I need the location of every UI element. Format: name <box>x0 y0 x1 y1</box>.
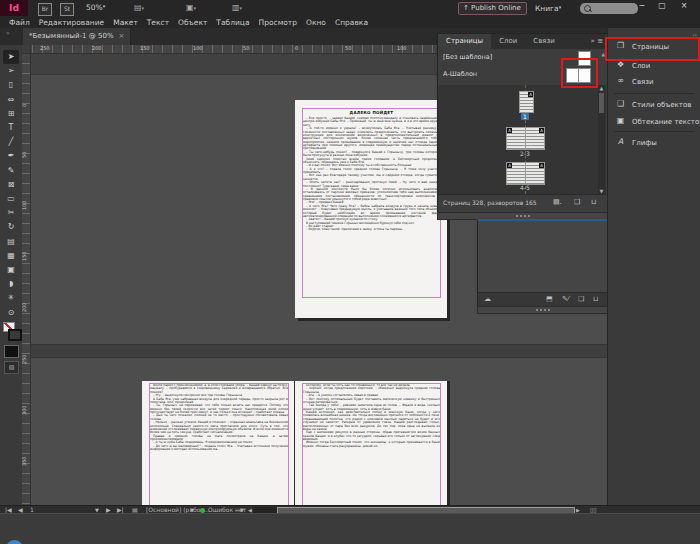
page-2-thumbnail[interactable]: A <box>506 127 526 150</box>
page-1-label[interactable]: 1 <box>521 113 529 120</box>
fill-stroke-widget[interactable] <box>3 322 19 340</box>
page-3-thumbnail[interactable]: A <box>525 127 545 150</box>
rectangle-tool[interactable]: ▭ <box>3 192 19 206</box>
page1-text-frame[interactable]: ДАЛЕКО ПОЙДЕТ – Все просто, – заявил Кащ… <box>302 108 441 298</box>
view-options-menu[interactable]: ▤▾ <box>134 3 144 12</box>
type-tool[interactable]: T <box>3 121 19 135</box>
master-a-tag: A <box>539 128 544 133</box>
paragraph: – А чего Яга? Чего сразу Яга? – бабка на… <box>303 205 440 219</box>
hruler-label: 0 <box>295 45 298 51</box>
free-transform-tool[interactable]: ↻ <box>3 220 19 234</box>
spread-right-text-frame[interactable]: которому, если ты хоть как-то справишься… <box>302 383 441 505</box>
stroke-swatch[interactable] <box>8 329 22 341</box>
indesign-logo: Id <box>0 0 28 16</box>
menu-item[interactable]: Просмотр <box>259 18 298 27</box>
restore-button[interactable]: ▢ <box>652 0 672 13</box>
app-bar: Id Br St 50% ▾ ▤▾ ▣▾ ▥▾ ↑ Publish Online… <box>0 0 700 16</box>
new-page-icon[interactable]: ❏ <box>574 198 580 206</box>
gradient-tool[interactable]: ▤ <box>3 235 19 249</box>
hruler-label: 50 <box>345 45 351 51</box>
zoom-level-dropdown[interactable]: 50% ▾ <box>86 3 103 12</box>
screen-mode-button[interactable]: ▨ <box>4 361 19 374</box>
edit-page-size-icon[interactable]: ▤. <box>553 198 562 206</box>
line-tool[interactable]: ╱ <box>3 135 19 149</box>
publish-online-button[interactable]: ↑ Publish Online <box>458 2 527 15</box>
dock-item-links[interactable]: ∞ Связи <box>608 74 700 90</box>
gap-tool[interactable]: ⇔ <box>3 93 19 107</box>
dock-item-object-styles[interactable]: ❏ Стили объектов <box>608 97 700 113</box>
menu-item[interactable]: Объект <box>178 18 207 27</box>
page-1-thumbnail[interactable]: A <box>519 91 534 113</box>
selection-tool[interactable]: ➤ <box>3 50 19 64</box>
collapse-panel-icon[interactable]: » <box>591 37 595 45</box>
pages-status-bar: Страниц 328, разворотов 165 ▤. ❏ ⊔ <box>438 194 606 209</box>
new-item-icon[interactable]: ❏ <box>578 295 584 303</box>
pen-edit-icon[interactable]: ✎⁄ <box>562 295 569 303</box>
menu-item[interactable]: Файл <box>9 18 30 27</box>
spread-spine <box>294 381 295 505</box>
direct-selection-tool[interactable]: ➢ <box>3 64 19 78</box>
master-a-tag: A <box>539 163 544 168</box>
menu-item[interactable]: Макет <box>113 18 138 27</box>
chevron-down-icon: ▾ <box>103 3 106 9</box>
tab-close-icon[interactable]: × <box>119 32 125 40</box>
minimize-button[interactable]: ─ <box>632 0 652 13</box>
page-tool[interactable]: ▯ <box>3 78 19 92</box>
arrange-documents-menu[interactable]: ▥▾ <box>232 3 242 12</box>
toolbar-collapse-icon[interactable]: » <box>6 29 10 36</box>
color-theme-tool[interactable]: ◗ <box>3 277 19 291</box>
zoom-tool[interactable]: ⊙ <box>3 306 19 320</box>
screen-mode-menu[interactable]: ▣▾ <box>186 3 196 12</box>
panel-menu-icon[interactable]: ≡ <box>597 37 603 45</box>
menu-item[interactable]: Справка <box>335 18 368 27</box>
menu-item[interactable]: Окно <box>306 18 326 27</box>
vruler-label: 150 <box>22 251 27 261</box>
page-5-thumbnail[interactable]: A <box>525 162 545 185</box>
page-4-thumbnail[interactable]: A <box>506 162 526 185</box>
links-icon: ∞ <box>615 76 626 85</box>
scissors-tool[interactable]: ✂ <box>3 206 19 220</box>
folder-icon[interactable]: ⬒ <box>546 295 553 303</box>
chevron-down-icon: ▾ <box>559 4 562 10</box>
gradient-feather-tool[interactable]: ▦ <box>3 249 19 263</box>
bridge-button[interactable]: Br <box>38 3 52 16</box>
spread-left-text-frame[interactable]: мозги парил с приключениями; а, в этом г… <box>149 383 289 505</box>
tab-layers[interactable]: Слои <box>491 34 525 49</box>
spread-2-3-label[interactable]: 2-3 <box>516 150 534 157</box>
pencil-tool[interactable]: ✎ <box>3 164 19 178</box>
hand-tool[interactable]: ✳ <box>3 291 19 305</box>
trash-icon[interactable]: ⊔ <box>593 295 598 303</box>
vertical-ruler[interactable]: 050100150200250300350 <box>22 53 31 505</box>
document-tab[interactable]: *Безымянный-1 @ 50%× <box>23 28 131 45</box>
dock-item-text-wrap[interactable]: ▣ Обтекание текстом <box>608 114 700 130</box>
cloud-sync-icon[interactable]: ☁ <box>484 295 491 303</box>
dock-item-glyphs[interactable]: A Глифы <box>608 135 700 151</box>
tab-links[interactable]: Связи <box>525 34 563 49</box>
arrange-documents-icon: ▥ <box>232 3 240 12</box>
rectangle-frame-tool[interactable]: ⊠ <box>3 178 19 192</box>
scroll-up-icon[interactable]: ▲ <box>598 85 605 91</box>
menu-item[interactable]: Редактирование <box>39 18 104 27</box>
master-a-tag: A <box>507 128 512 133</box>
vruler-label: 200 <box>22 302 27 312</box>
stock-button[interactable]: St <box>60 3 74 16</box>
delete-page-icon[interactable]: ⊔ <box>591 198 596 206</box>
content-collector-tool[interactable]: ⊞ <box>3 107 19 121</box>
search-input[interactable] <box>580 3 638 14</box>
tab-pages[interactable]: Страницы <box>438 34 491 49</box>
spread-4-5-label[interactable]: 4-5 <box>516 184 534 191</box>
ruler-origin-corner[interactable] <box>22 45 31 54</box>
apply-color-swatch[interactable] <box>4 345 19 358</box>
library-resize-grip[interactable] <box>477 306 609 314</box>
pages-scrollbar[interactable]: ▲ ▼ <box>598 85 605 194</box>
close-button[interactable]: × <box>674 0 694 13</box>
note-tool[interactable]: ▣ <box>3 263 19 277</box>
page1-body-text: – Все просто, – заявил Кащей, снимая пол… <box>303 117 440 232</box>
hruler-label: 200 <box>92 45 102 51</box>
menu-item[interactable]: Текст <box>147 18 169 27</box>
pen-tool[interactable]: ✒ <box>3 149 19 163</box>
annotation-master-thumbnails <box>561 58 598 88</box>
scrollbar-thumb[interactable] <box>599 93 604 113</box>
book-workspace-dropdown[interactable]: Книга ▾ <box>535 4 559 13</box>
menu-item[interactable]: Таблица <box>216 18 249 27</box>
